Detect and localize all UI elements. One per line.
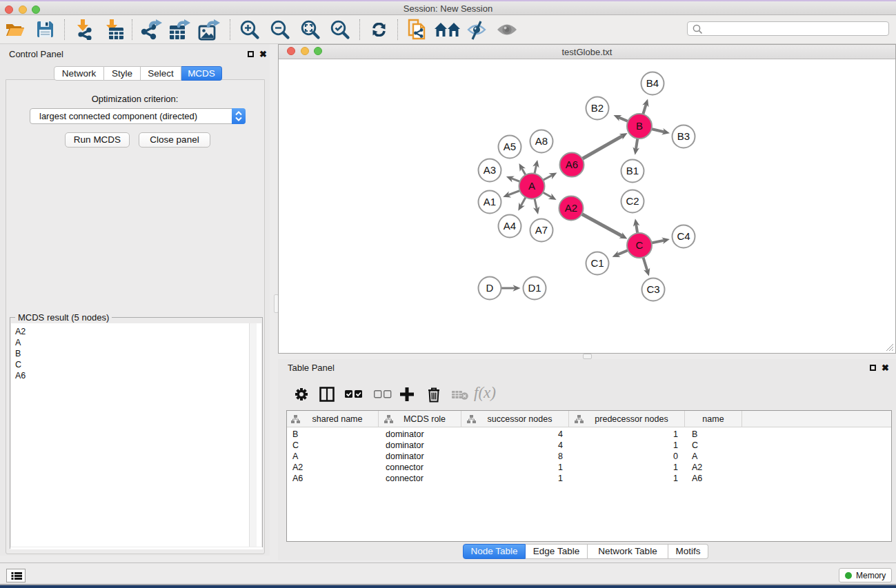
- svg-text:A4: A4: [504, 220, 516, 232]
- svg-text:A5: A5: [504, 141, 516, 152]
- svg-text:C3: C3: [646, 283, 659, 295]
- svg-text:A6: A6: [566, 159, 578, 170]
- svg-text:D1: D1: [528, 282, 541, 294]
- svg-text:C4: C4: [677, 230, 690, 242]
- svg-text:D: D: [486, 282, 494, 294]
- svg-text:B1: B1: [626, 165, 639, 176]
- svg-text:C: C: [636, 239, 644, 251]
- svg-text:A3: A3: [484, 164, 496, 176]
- svg-text:C1: C1: [590, 257, 604, 269]
- svg-text:A: A: [528, 180, 535, 192]
- svg-text:A7: A7: [535, 224, 548, 236]
- svg-text:A1: A1: [484, 196, 496, 207]
- svg-text:B3: B3: [677, 130, 690, 142]
- svg-text:B: B: [636, 120, 643, 132]
- svg-text:A8: A8: [535, 135, 548, 147]
- svg-text:B4: B4: [646, 77, 659, 89]
- svg-text:C2: C2: [626, 195, 639, 207]
- svg-text:A2: A2: [565, 202, 577, 214]
- svg-text:B2: B2: [591, 102, 604, 114]
